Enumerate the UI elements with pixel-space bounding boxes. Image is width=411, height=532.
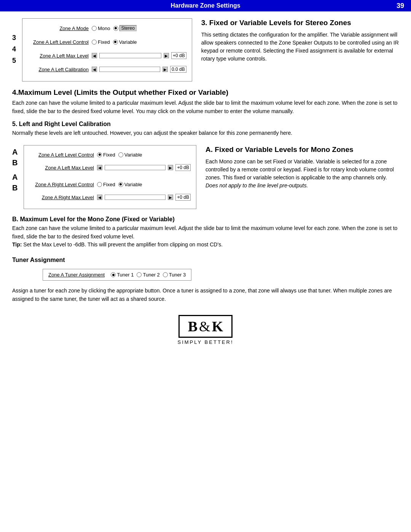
tuner3-circle[interactable]	[163, 272, 168, 277]
stereo-label: Stereo	[119, 25, 137, 31]
section3-heading: 3. Fixed or Variable Levels for Stereo Z…	[201, 18, 399, 28]
section3-desc: 3. Fixed or Variable Levels for Stereo Z…	[201, 18, 399, 81]
mid-right-track[interactable]	[105, 195, 166, 200]
page-number: 39	[397, 2, 404, 10]
cal-value[interactable]: 0.0 dB	[170, 66, 186, 73]
cal-track[interactable]	[99, 67, 160, 72]
mid-fixed-circle[interactable]	[97, 152, 102, 157]
fixed-radio[interactable]: Fixed	[92, 39, 110, 45]
mid-right-variable-circle[interactable]	[118, 182, 123, 187]
mid-right-left-arrow[interactable]: ◀	[97, 195, 102, 200]
row-num-5: 5	[12, 55, 19, 66]
mid-right-right-arrow[interactable]: ▶	[168, 195, 173, 200]
mid-right-value[interactable]: +0 dB	[175, 194, 191, 201]
section3-text: This setting dictates the configuration …	[201, 31, 399, 63]
sectionA-desc: A. Fixed or Variable Levels for Mono Zon…	[206, 145, 399, 209]
mid-left-level-row: Zone A Left Level Control Fixed Variable	[29, 149, 191, 160]
header-bar: Hardware Zone Settings 39	[0, 0, 411, 11]
variable-label: Variable	[119, 39, 137, 45]
tuner2-circle[interactable]	[137, 272, 142, 277]
section4-heading: 4.Maximum Level (Limits the Output wheth…	[12, 88, 399, 97]
letter-B1: B	[12, 157, 21, 168]
mid-variable-circle[interactable]	[118, 152, 123, 157]
tip-text: Set the Max Level to -6dB. This will pre…	[22, 241, 223, 248]
variable-radio-circle[interactable]	[113, 40, 118, 45]
logo-box: B & K	[178, 315, 233, 338]
section4-container: 4.Maximum Level (Limits the Output wheth…	[12, 88, 399, 115]
tuner3-radio[interactable]: Tuner 3	[163, 272, 186, 278]
main-content: 3 4 5 Zone A Mode Mono Ste	[0, 11, 411, 356]
letter-A1: A	[12, 147, 21, 157]
mono-label: Mono	[98, 26, 110, 31]
tuner3-label: Tuner 3	[169, 272, 186, 278]
number-column: 3 4 5	[12, 18, 19, 66]
max-level-value[interactable]: +0 dB	[171, 52, 186, 59]
section5-container: 5. Left and Right Level Calibration Norm…	[12, 121, 399, 137]
zone-a-left-max-label: Zone A Left Max Level	[28, 53, 89, 59]
zone-a-left-cal-row: Zone A Left Calibration ◀ ▶ 0.0 dB	[28, 64, 186, 75]
mid-right-max-row: Zone A Right Max Level ◀ ▶ +0 dB	[29, 192, 191, 203]
mid-right-max-slider: ◀ ▶ +0 dB	[97, 194, 191, 201]
mid-left-value[interactable]: +0 dB	[175, 164, 191, 171]
mid-left-track[interactable]	[105, 165, 166, 170]
zone-a-left-level-control-row: Zone A Left Level Control Fixed Variable	[28, 36, 186, 48]
mid-variable-radio[interactable]: Variable	[118, 152, 142, 158]
max-level-track[interactable]	[99, 53, 161, 58]
mid-right-variable-radio[interactable]: Variable	[118, 182, 142, 187]
zone-a-left-cal-label: Zone A Left Calibration	[28, 67, 89, 72]
right-arrow-max[interactable]: ▶	[164, 53, 169, 58]
tuner2-radio[interactable]: Tuner 2	[137, 272, 159, 278]
mid-left-arrow[interactable]: ◀	[97, 165, 102, 170]
zone-a-left-max-slider: ◀ ▶ +0 dB	[92, 52, 186, 59]
sectionB-container: B. Maximum Level for the Mono Zone (Fixe…	[12, 216, 399, 249]
left-arrow-max[interactable]: ◀	[92, 53, 97, 58]
mid-form-area: A B A B Zone A Left Level Control Fixed	[12, 145, 196, 209]
left-arrow-cal[interactable]: ◀	[92, 67, 97, 72]
zone-a-left-max-row: Zone A Left Max Level ◀ ▶ +0 dB	[28, 50, 186, 61]
mid-fixed-label: Fixed	[103, 152, 115, 158]
right-arrow-cal[interactable]: ▶	[162, 67, 168, 72]
logo-k: K	[212, 319, 223, 334]
letter-spacer	[12, 168, 21, 172]
stereo-radio-circle[interactable]	[113, 26, 118, 31]
mid-left-max-row: Zone A Left Max Level ◀ ▶ +0 dB	[29, 162, 191, 173]
zone-a-left-cal-slider: ◀ ▶ 0.0 dB	[92, 66, 186, 73]
tuner-label: Zone A Tuner Assignment	[48, 272, 105, 278]
tip-bold: Tip:	[12, 241, 22, 248]
fixed-label: Fixed	[98, 39, 110, 45]
mid-left-level-radios[interactable]: Fixed Variable	[97, 152, 142, 158]
section5-text: Normally these levels are left untouched…	[12, 129, 399, 137]
mid-fixed-radio[interactable]: Fixed	[97, 152, 115, 158]
row-num-4: 4	[12, 43, 19, 55]
mid-right-level-radios[interactable]: Fixed Variable	[97, 182, 142, 187]
fixed-radio-circle[interactable]	[92, 40, 97, 45]
zone-a-left-level-radios[interactable]: Fixed Variable	[92, 39, 137, 45]
sectionB-text: Each zone can have the volume limited to…	[12, 224, 399, 249]
zone-a-mode-label: Zone A Mode	[28, 26, 89, 31]
variable-radio[interactable]: Variable	[113, 39, 137, 45]
sectionB-heading: B. Maximum Level for the Mono Zone (Fixe…	[12, 216, 399, 223]
logo-tagline: Simply Better!	[178, 339, 234, 345]
logo-b: B	[188, 319, 198, 334]
sectionA-text: Each Mono zone can be set Fixed or Varia…	[206, 158, 399, 190]
mid-left-max-label: Zone A Left Max Level	[29, 165, 94, 171]
mid-left-level-label: Zone A Left Level Control	[29, 152, 94, 158]
mono-radio-circle[interactable]	[92, 26, 97, 31]
mid-spacer	[29, 175, 191, 179]
stereo-radio[interactable]: Stereo	[113, 25, 137, 31]
zone-a-mode-radios[interactable]: Mono Stereo	[92, 25, 137, 31]
mid-section: A B A B Zone A Left Level Control Fixed	[12, 145, 399, 209]
mono-radio[interactable]: Mono	[92, 26, 110, 31]
tuner2-label: Tuner 2	[143, 272, 159, 278]
section5-heading: 5. Left and Right Level Calibration	[12, 121, 399, 128]
tuner-radios[interactable]: Tuner 1 Tuner 2 Tuner 3	[111, 272, 186, 278]
mid-variable-label: Variable	[124, 152, 142, 158]
mid-right-arrow[interactable]: ▶	[168, 165, 173, 170]
top-section: 3 4 5 Zone A Mode Mono Ste	[12, 18, 399, 81]
tuner-text: Assign a tuner for each zone by clicking…	[12, 287, 399, 303]
tuner1-radio[interactable]: Tuner 1	[111, 272, 134, 278]
tuner1-circle[interactable]	[111, 272, 116, 277]
top-form-container: 3 4 5 Zone A Mode Mono Ste	[12, 18, 192, 81]
mid-right-fixed-circle[interactable]	[97, 182, 102, 187]
mid-right-fixed-radio[interactable]: Fixed	[97, 182, 115, 187]
